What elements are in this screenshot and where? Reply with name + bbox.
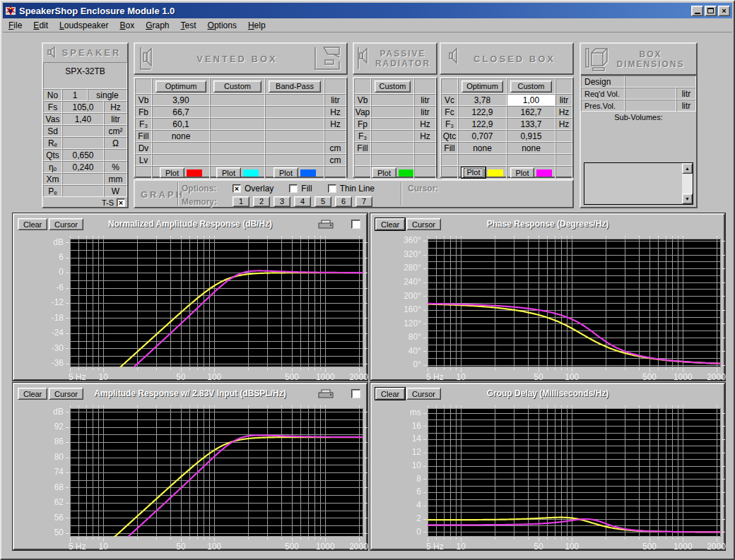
closed-plot-button-1[interactable]: Plot (510, 167, 535, 178)
param-unit: % (104, 161, 127, 173)
graph-title: Amplitude Response w/ 2.83V Input (dBSPL… (14, 388, 366, 398)
row-value (371, 118, 414, 130)
checkbox-label: Overlay (245, 184, 274, 193)
row-unit: Hz (414, 130, 436, 142)
speaker-model-name[interactable]: SPX-32TB (43, 62, 127, 89)
memory-button-6[interactable]: 6 (335, 196, 352, 207)
closed-box-title: CLOSED BOX (462, 54, 567, 64)
menu-item-options[interactable]: Options (202, 19, 242, 32)
print-icon[interactable] (318, 389, 335, 399)
print-checkbox[interactable] (351, 389, 360, 398)
menu-item-help[interactable]: Help (242, 19, 271, 32)
vented-bandpass-button[interactable]: Band-Pass (269, 81, 321, 93)
param-label: No (43, 89, 62, 101)
speaker-panel: SPEAKER SPX-32TB No1singleFs105,0HzVas1,… (42, 42, 129, 208)
menu-item-file[interactable]: File (3, 19, 28, 32)
memory-button-5[interactable]: 5 (314, 196, 331, 207)
row-value (265, 142, 324, 154)
corner-cell (135, 78, 152, 94)
close-button[interactable]: × (718, 6, 730, 16)
menu-item-graph[interactable]: Graph (140, 19, 175, 32)
row-value (507, 154, 555, 166)
vented-plot-button-0[interactable]: Plot (160, 167, 184, 178)
param-unit: mm (104, 173, 127, 185)
memory-button-1[interactable]: 1 (233, 196, 249, 207)
pr-plot-button-0[interactable]: Plot (372, 167, 396, 178)
menu-item-box[interactable]: Box (114, 19, 140, 32)
row-label: F₃ (441, 118, 458, 130)
row-value (371, 106, 414, 118)
memory-button-4[interactable]: 4 (294, 196, 311, 207)
param-value: 105,0 (62, 101, 104, 113)
checkbox-overlay[interactable]: × (233, 184, 241, 193)
chart-canvas-phase_response[interactable] (372, 233, 727, 383)
closed-row-Fill: Fillnonenone (441, 142, 572, 154)
print-checkbox[interactable] (351, 220, 360, 229)
vented-plot-button-2[interactable]: Plot (274, 167, 298, 178)
checkbox-fill[interactable] (289, 184, 298, 193)
menu-item-loudspeaker[interactable]: Loudspeaker (54, 19, 114, 32)
vented-box-diagram-icon (314, 46, 342, 71)
row-value[interactable]: 1,00 (507, 94, 555, 106)
row-unit (324, 130, 346, 142)
sub-volumes-listbox[interactable]: ▲ ▼ (584, 162, 693, 205)
row-unit: cm (324, 154, 346, 166)
row-value (265, 130, 324, 142)
memory-button-3[interactable]: 3 (274, 196, 290, 207)
checkbox-thin-line[interactable] (328, 184, 336, 193)
plot-color-swatch (488, 169, 503, 177)
row-label: Vc (441, 94, 458, 106)
vented-row-Vb: Vb3,90litr (135, 94, 346, 106)
closed-plot-button-0[interactable]: Plot (461, 167, 486, 178)
graph-group_delay: ClearCursorGroup Delay (Milliseconds/Hz) (370, 383, 725, 550)
sub-volumes-scrollbar[interactable]: ▲ ▼ (682, 163, 693, 204)
row-unit (555, 142, 572, 154)
vented-custom-button[interactable]: Custom (213, 81, 261, 93)
vented-optimum-button[interactable]: Optimum (155, 81, 206, 93)
button-cell: Optimum (458, 78, 507, 94)
closed-row-Qtc: Qtc0,7070,915 (441, 130, 572, 142)
ts-checkbox[interactable]: × (117, 198, 125, 207)
plot-color-swatch (300, 169, 316, 177)
maximize-button[interactable] (705, 6, 717, 16)
vented-box-title: VENTED BOX (160, 54, 314, 64)
pr-row-F₃: F₃Hz (354, 130, 436, 142)
scroll-down-icon[interactable]: ▼ (682, 193, 693, 204)
driver-crosssection-icon (139, 46, 160, 71)
row-unit: Hz (555, 118, 572, 130)
minimize-button[interactable] (691, 6, 703, 16)
vented-plot-button-1[interactable]: Plot (216, 167, 241, 178)
pr-row-blank (354, 154, 436, 166)
row-value: 122,9 (458, 106, 507, 118)
memory-button-7[interactable]: 7 (355, 196, 372, 207)
row-unit: litr (414, 94, 436, 106)
param-value (62, 137, 104, 149)
memory-label: Memory: (182, 197, 217, 207)
row-label: Fill (135, 130, 152, 142)
menu-item-edit[interactable]: Edit (28, 19, 54, 32)
pr-custom-button[interactable]: Custom (375, 81, 411, 93)
menu-item-test[interactable]: Test (175, 19, 202, 32)
chart-canvas-amplitude_spl[interactable] (14, 403, 369, 552)
pr-row-Fill: Fill (354, 142, 436, 154)
chart-canvas-normalized_amplitude[interactable] (14, 233, 369, 383)
corner-cell (354, 78, 371, 94)
speaker-row-Sd: Sdcm² (43, 125, 127, 137)
plot-color-swatch (399, 169, 413, 177)
closed-box-icon (447, 46, 462, 71)
plot-color-swatch (536, 169, 552, 177)
chart-canvas-group_delay[interactable] (372, 403, 727, 552)
speaker-row-No: No1single (43, 89, 127, 101)
row-value (371, 130, 414, 142)
row-label: Fc (441, 106, 458, 118)
closed-custom-button[interactable]: Custom (510, 81, 552, 93)
plot-color-swatch (243, 169, 259, 177)
closed-optimum-button[interactable]: Optimum (461, 81, 503, 93)
plot-corner (441, 166, 458, 179)
memory-button-2[interactable]: 2 (253, 196, 270, 207)
app-icon (5, 5, 16, 16)
design-value (625, 76, 696, 88)
param-value (62, 185, 104, 197)
scroll-up-icon[interactable]: ▲ (682, 163, 693, 174)
print-icon[interactable] (318, 220, 335, 230)
